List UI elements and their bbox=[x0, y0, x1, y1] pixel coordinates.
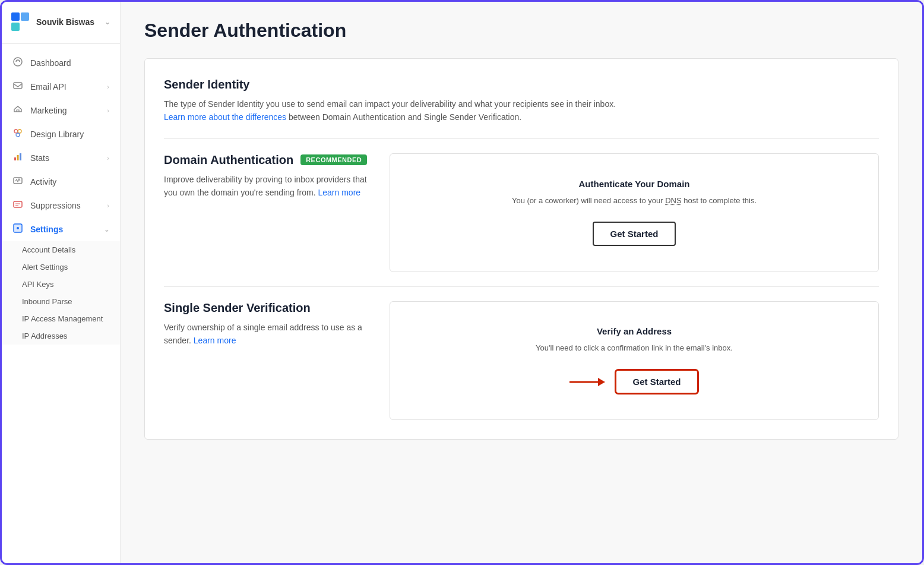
svg-rect-5 bbox=[14, 157, 16, 160]
sidebar-item-design-library-label: Design Library bbox=[30, 130, 109, 139]
arrow-button-row: Get Started bbox=[569, 369, 700, 394]
domain-auth-title: Domain Authentication bbox=[164, 153, 293, 167]
settings-subnav: Account Details Alert Settings API Keys … bbox=[2, 241, 120, 345]
sidebar-item-email-api[interactable]: Email API › bbox=[2, 75, 120, 99]
svg-point-12 bbox=[17, 227, 19, 229]
sidebar-item-marketing[interactable]: Marketing › bbox=[2, 99, 120, 122]
svg-rect-9 bbox=[14, 201, 22, 207]
domain-auth-title-row: Domain Authentication RECOMMENDED bbox=[164, 153, 375, 167]
sender-identity-card: Sender Identity The type of Sender Ident… bbox=[144, 58, 898, 440]
page-title: Sender Authentication bbox=[144, 20, 898, 42]
single-sender-desc: Verify ownership of a single email addre… bbox=[164, 321, 375, 348]
sidebar-item-suppressions-label: Suppressions bbox=[30, 201, 100, 210]
sidebar-item-design-library[interactable]: Design Library bbox=[2, 122, 120, 146]
section-divider bbox=[164, 138, 879, 139]
settings-chevron-icon: ⌄ bbox=[104, 226, 109, 233]
user-chevron-icon: ⌄ bbox=[105, 18, 110, 26]
sidebar-item-activity[interactable]: Activity bbox=[2, 170, 120, 194]
verify-address-desc: You'll need to click a confirmation link… bbox=[536, 342, 733, 355]
single-sender-get-started-button[interactable]: Get Started bbox=[615, 369, 700, 394]
subnav-alert-settings[interactable]: Alert Settings bbox=[2, 258, 120, 276]
app-logo bbox=[11, 12, 30, 31]
settings-icon bbox=[12, 223, 23, 235]
marketing-chevron-icon: › bbox=[107, 107, 109, 114]
learn-more-suffix: between Domain Authentication and Single… bbox=[286, 112, 521, 122]
email-api-icon bbox=[12, 81, 23, 93]
section-divider-2 bbox=[164, 286, 879, 287]
sidebar-item-email-api-label: Email API bbox=[30, 82, 100, 91]
sidebar-item-stats[interactable]: Stats › bbox=[2, 146, 120, 170]
single-sender-learn-more-link[interactable]: Learn more bbox=[194, 336, 236, 345]
suppressions-chevron-icon: › bbox=[107, 202, 109, 209]
subnav-ip-addresses[interactable]: IP Addresses bbox=[2, 327, 120, 345]
sidebar-item-stats-label: Stats bbox=[30, 153, 100, 163]
authenticate-domain-title: Authenticate Your Domain bbox=[579, 179, 690, 189]
verify-address-title: Verify an Address bbox=[597, 326, 672, 336]
domain-auth-learn-more-link[interactable]: Learn more bbox=[318, 188, 361, 197]
sender-identity-desc: The type of Sender Identity you use to s… bbox=[164, 97, 879, 124]
subnav-inbound-parse[interactable]: Inbound Parse bbox=[2, 293, 120, 310]
email-api-chevron-icon: › bbox=[107, 83, 109, 90]
svg-rect-6 bbox=[17, 155, 19, 160]
domain-auth-desc: Improve deliverability by proving to inb… bbox=[164, 173, 375, 200]
stats-chevron-icon: › bbox=[107, 154, 109, 162]
svg-rect-8 bbox=[14, 178, 22, 184]
single-sender-section: Single Sender Verification Verify owners… bbox=[164, 301, 879, 420]
recommended-badge: RECOMMENDED bbox=[300, 154, 367, 165]
svg-rect-7 bbox=[20, 153, 21, 160]
subnav-ip-access-management[interactable]: IP Access Management bbox=[2, 310, 120, 327]
design-library-icon bbox=[12, 128, 23, 140]
svg-point-4 bbox=[16, 133, 20, 137]
main-nav: Dashboard Email API › Marketing › bbox=[2, 44, 120, 551]
suppressions-icon bbox=[12, 200, 23, 212]
stats-icon bbox=[12, 152, 23, 164]
svg-point-2 bbox=[14, 130, 18, 133]
activity-icon bbox=[12, 176, 23, 188]
marketing-icon bbox=[12, 105, 23, 116]
svg-marker-14 bbox=[598, 378, 605, 386]
app-frame: Souvik Biswas ⌄ Dashboard Email API › bbox=[0, 0, 924, 565]
single-sender-right: Verify an Address You'll need to click a… bbox=[390, 301, 879, 420]
domain-auth-right: Authenticate Your Domain You (or a cowor… bbox=[390, 153, 879, 272]
sidebar-item-settings-label: Settings bbox=[30, 225, 97, 234]
sidebar-item-settings[interactable]: Settings ⌄ bbox=[2, 217, 120, 241]
main-content: Sender Authentication Sender Identity Th… bbox=[121, 2, 922, 563]
svg-rect-1 bbox=[14, 83, 22, 89]
svg-point-3 bbox=[18, 130, 21, 133]
sidebar-item-dashboard-label: Dashboard bbox=[30, 58, 109, 68]
sidebar-item-dashboard[interactable]: Dashboard bbox=[2, 51, 120, 75]
user-name: Souvik Biswas bbox=[36, 17, 99, 27]
sidebar-item-marketing-label: Marketing bbox=[30, 106, 100, 115]
sender-identity-title: Sender Identity bbox=[164, 78, 879, 91]
dashboard-icon bbox=[12, 57, 23, 69]
sidebar: Souvik Biswas ⌄ Dashboard Email API › bbox=[2, 2, 121, 563]
svg-point-0 bbox=[14, 58, 22, 66]
sidebar-item-activity-label: Activity bbox=[30, 177, 109, 187]
user-menu[interactable]: Souvik Biswas ⌄ bbox=[2, 2, 120, 44]
dns-text: DNS bbox=[665, 196, 681, 205]
subnav-api-keys[interactable]: API Keys bbox=[2, 276, 120, 293]
learn-more-differences-link[interactable]: Learn more about the differences bbox=[164, 112, 286, 122]
sidebar-item-suppressions[interactable]: Suppressions › bbox=[2, 194, 120, 217]
domain-auth-section: Domain Authentication RECOMMENDED Improv… bbox=[164, 153, 879, 272]
authenticate-domain-desc: You (or a coworker) will need access to … bbox=[512, 195, 757, 207]
red-arrow-icon bbox=[569, 375, 605, 389]
single-sender-left: Single Sender Verification Verify owners… bbox=[164, 301, 390, 420]
single-sender-title: Single Sender Verification bbox=[164, 301, 375, 315]
domain-auth-get-started-button[interactable]: Get Started bbox=[593, 222, 676, 246]
subnav-account-details[interactable]: Account Details bbox=[2, 241, 120, 258]
domain-auth-left: Domain Authentication RECOMMENDED Improv… bbox=[164, 153, 390, 272]
